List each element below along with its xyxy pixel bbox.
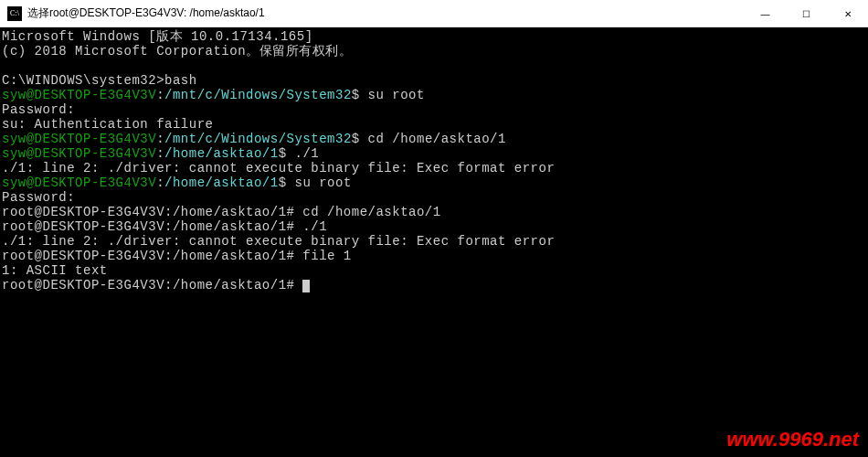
terminal-line: syw@DESKTOP-E3G4V3V:/home/asktao/1$ su r… <box>2 175 868 190</box>
text-segment: root@DESKTOP-E3G4V3V:/home/asktao/1# ./1 <box>2 219 327 234</box>
text-segment: : <box>156 132 164 146</box>
text-segment: root@DESKTOP-E3G4V3V:/home/asktao/1# cd … <box>2 205 441 219</box>
terminal-line: ./1: line 2: ./driver: cannot execute bi… <box>2 161 868 175</box>
terminal-line: syw@DESKTOP-E3G4V3V:/home/asktao/1$ ./1 <box>2 146 868 161</box>
text-segment: syw@DESKTOP-E3G4V3V <box>2 132 156 146</box>
text-segment: C:\WINDOWS\system32>bash <box>2 73 197 88</box>
window-controls: — ☐ ✕ <box>745 0 868 27</box>
text-segment: syw@DESKTOP-E3G4V3V <box>2 146 156 161</box>
text-segment: (c) 2018 Microsoft Corporation。保留所有权利。 <box>2 44 352 58</box>
terminal-line: C:\WINDOWS\system32>bash <box>2 73 868 88</box>
text-segment: : <box>156 88 164 102</box>
terminal-line: syw@DESKTOP-E3G4V3V:/mnt/c/Windows/Syste… <box>2 88 868 102</box>
text-segment: $ su root <box>279 175 352 190</box>
minimize-button[interactable]: — <box>745 0 786 27</box>
terminal-line: root@DESKTOP-E3G4V3V:/home/asktao/1# ./1 <box>2 219 868 234</box>
terminal-line: Password: <box>2 102 868 117</box>
text-segment: : <box>156 146 164 161</box>
text-segment: /mnt/c/Windows/System32 <box>164 88 352 102</box>
terminal-line: Password: <box>2 190 868 205</box>
text-segment: /home/asktao/1 <box>164 146 279 161</box>
terminal-window: C:\ 选择root@DESKTOP-E3G4V3V: /home/asktao… <box>0 0 868 457</box>
text-segment: $ cd /home/asktao/1 <box>352 132 506 146</box>
close-button[interactable]: ✕ <box>827 0 868 27</box>
text-segment: /mnt/c/Windows/System32 <box>164 132 352 146</box>
watermark: www.9969.net <box>726 428 859 452</box>
maximize-button[interactable]: ☐ <box>786 0 827 27</box>
terminal-line: 1: ASCII text <box>2 263 868 278</box>
terminal-output[interactable]: Microsoft Windows [版本 10.0.17134.165](c)… <box>0 27 868 457</box>
text-segment: Password: <box>2 190 75 205</box>
text-segment: Password: <box>2 102 75 117</box>
text-segment: ./1: line 2: ./driver: cannot execute bi… <box>2 161 555 175</box>
terminal-line <box>2 58 868 73</box>
text-segment: Microsoft Windows [版本 10.0.17134.165] <box>2 29 313 44</box>
text-segment: 1: ASCII text <box>2 263 108 278</box>
text-segment: root@DESKTOP-E3G4V3V:/home/asktao/1# <box>2 278 302 292</box>
terminal-line: root@DESKTOP-E3G4V3V:/home/asktao/1# <box>2 278 868 292</box>
titlebar[interactable]: C:\ 选择root@DESKTOP-E3G4V3V: /home/asktao… <box>0 0 868 27</box>
text-segment: root@DESKTOP-E3G4V3V:/home/asktao/1# fil… <box>2 249 352 263</box>
terminal-line: (c) 2018 Microsoft Corporation。保留所有权利。 <box>2 44 868 58</box>
terminal-line: root@DESKTOP-E3G4V3V:/home/asktao/1# fil… <box>2 249 868 263</box>
terminal-line: su: Authentication failure <box>2 117 868 132</box>
text-segment: : <box>156 175 164 190</box>
text-segment: /home/asktao/1 <box>164 175 279 190</box>
text-segment: syw@DESKTOP-E3G4V3V <box>2 88 156 102</box>
text-segment: $ ./1 <box>279 146 320 161</box>
text-segment: $ su root <box>352 88 425 102</box>
terminal-line: Microsoft Windows [版本 10.0.17134.165] <box>2 29 868 44</box>
terminal-line: syw@DESKTOP-E3G4V3V:/mnt/c/Windows/Syste… <box>2 132 868 146</box>
terminal-line: root@DESKTOP-E3G4V3V:/home/asktao/1# cd … <box>2 205 868 219</box>
text-segment: syw@DESKTOP-E3G4V3V <box>2 175 156 190</box>
window-title: 选择root@DESKTOP-E3G4V3V: /home/asktao/1 <box>27 5 745 21</box>
text-segment: su: Authentication failure <box>2 117 213 132</box>
cursor <box>302 280 310 292</box>
terminal-line: ./1: line 2: ./driver: cannot execute bi… <box>2 234 868 249</box>
text-segment: ./1: line 2: ./driver: cannot execute bi… <box>2 234 555 249</box>
app-icon: C:\ <box>7 6 22 21</box>
